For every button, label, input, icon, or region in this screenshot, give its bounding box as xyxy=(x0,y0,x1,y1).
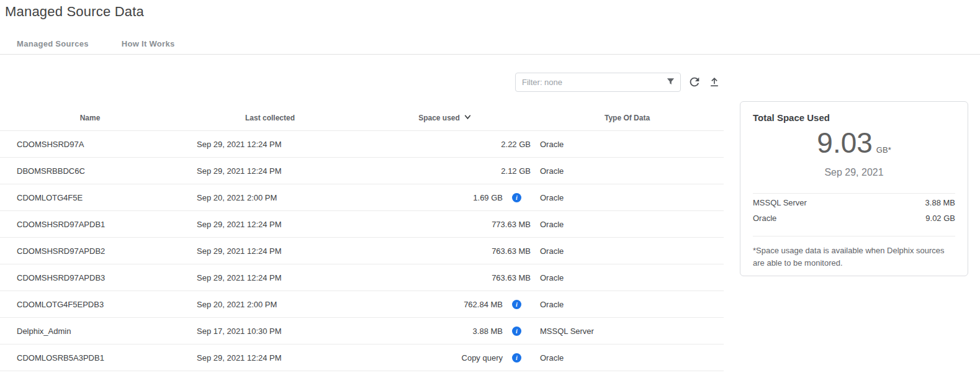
table-row[interactable]: CDOMSHSRD97APDB3 Sep 29, 2021 12:24 PM 7… xyxy=(0,264,724,291)
column-header-last-collected[interactable]: Last collected xyxy=(180,114,360,122)
breakdown-row-mssql: MSSQL Server 3.88 MB xyxy=(753,195,955,210)
panel-divider-top xyxy=(753,193,955,194)
sort-chevron-down-icon[interactable] xyxy=(463,112,472,124)
panel-footnote: *Space usage data is available when Delp… xyxy=(753,245,955,269)
column-header-name[interactable]: Name xyxy=(0,114,180,122)
source-name: CDOMLOTG4F5EPDB3 xyxy=(0,300,180,309)
source-name: CDOMLOSRB5A3PDB1 xyxy=(0,353,180,363)
data-type-value: Oracle xyxy=(531,273,724,282)
info-icon[interactable]: i xyxy=(512,300,521,309)
space-used-cell: 3.88 MB i xyxy=(360,327,531,336)
space-used-cell: 763.63 MB xyxy=(360,273,531,282)
tab-how-it-works[interactable]: How It Works xyxy=(122,39,175,48)
breakdown-value: 9.02 GB xyxy=(925,210,955,226)
last-collected-value: Sep 29, 2021 12:24 PM xyxy=(180,246,360,256)
upload-icon xyxy=(708,76,721,90)
info-icon[interactable]: i xyxy=(512,327,521,336)
data-type-value: Oracle xyxy=(531,300,724,309)
space-used-value: 763.63 MB xyxy=(492,246,531,256)
space-used-value: 762.84 MB xyxy=(464,300,503,309)
table-row[interactable]: CDOMSHSRD97A Sep 29, 2021 12:24 PM 2.22 … xyxy=(0,131,724,158)
panel-divider-bottom xyxy=(753,236,955,237)
last-collected-value: Sep 20, 2021 2:00 PM xyxy=(180,193,360,202)
table-row[interactable]: DBOMSRBBDC6C Sep 29, 2021 12:24 PM 2.12 … xyxy=(0,158,724,184)
breakdown-row-oracle: Oracle 9.02 GB xyxy=(753,210,955,226)
funnel-icon xyxy=(666,77,675,88)
table-row[interactable]: CDOMLOSRB5A3PDB1 Sep 29, 2021 12:24 PM C… xyxy=(0,345,724,371)
breakdown-value: 3.88 MB xyxy=(925,195,955,210)
breakdown-label: Oracle xyxy=(753,210,776,226)
last-collected-value: Sep 29, 2021 12:24 PM xyxy=(180,220,360,229)
table-row[interactable]: CDOMLOTG4F5EPDB3 Sep 20, 2021 2:00 PM 76… xyxy=(0,291,724,318)
copy-query-button[interactable]: Copy query xyxy=(462,353,503,363)
refresh-button[interactable] xyxy=(686,74,703,91)
breakdown-label: MSSQL Server xyxy=(753,195,807,210)
last-collected-value: Sep 29, 2021 12:24 PM xyxy=(180,166,360,176)
data-type-value: Oracle xyxy=(531,246,724,256)
filter-funnel-button[interactable] xyxy=(665,77,676,88)
info-icon[interactable]: i xyxy=(512,353,521,363)
data-type-value: MSSQL Server xyxy=(531,327,724,336)
panel-title: Total Space Used xyxy=(753,112,955,124)
last-collected-value: Sep 29, 2021 12:24 PM xyxy=(180,140,360,149)
refresh-icon xyxy=(688,75,701,91)
space-used-cell: 763.63 MB xyxy=(360,246,531,256)
data-type-value: Oracle xyxy=(531,353,724,363)
data-type-value: Oracle xyxy=(531,193,724,202)
column-header-type-of-data[interactable]: Type Of Data xyxy=(531,114,724,122)
last-collected-value: Sep 20, 2021 2:00 PM xyxy=(180,300,360,309)
upload-button[interactable] xyxy=(706,74,722,91)
table-row[interactable]: CDOMSHSRD97APDB1 Sep 29, 2021 12:24 PM 7… xyxy=(0,211,724,238)
source-name: CDOMSHSRD97APDB2 xyxy=(0,246,180,256)
source-name: CDOMSHSRD97APDB3 xyxy=(0,273,180,282)
data-type-value: Oracle xyxy=(531,140,724,149)
source-name: CDOMSHSRD97A xyxy=(0,140,180,149)
total-space-date: Sep 29, 2021 xyxy=(753,166,955,179)
space-used-value: 773.63 MB xyxy=(492,220,531,229)
source-name: CDOMSHSRD97APDB1 xyxy=(0,220,180,229)
space-used-value: 1.69 GB xyxy=(473,193,503,202)
tab-bar: Managed Sources How It Works xyxy=(0,34,980,55)
space-used-value: 3.88 MB xyxy=(473,327,503,336)
space-used-cell: 762.84 MB i xyxy=(360,300,531,309)
data-type-value: Oracle xyxy=(531,166,724,176)
table-row[interactable]: CDOMLOTG4F5E Sep 20, 2021 2:00 PM 1.69 G… xyxy=(0,184,724,211)
space-used-cell: 2.12 GB xyxy=(360,166,531,176)
data-type-value: Oracle xyxy=(531,220,724,229)
space-used-value: 2.12 GB xyxy=(501,166,531,176)
space-used-cell: 1.69 GB i xyxy=(360,193,531,202)
managed-source-data-page: Managed Source Data Managed Sources How … xyxy=(0,0,980,383)
source-name: DBOMSRBBDC6C xyxy=(0,166,180,176)
last-collected-value: Sep 17, 2021 10:30 PM xyxy=(180,327,360,336)
space-used-value: 763.63 MB xyxy=(492,273,531,282)
source-name: Delphix_Admin xyxy=(0,327,180,336)
table-body: CDOMSHSRD97A Sep 29, 2021 12:24 PM 2.22 … xyxy=(0,131,724,371)
total-space-used-panel: Total Space Used 9.03GB* Sep 29, 2021 MS… xyxy=(740,101,968,276)
last-collected-value: Sep 29, 2021 12:24 PM xyxy=(180,273,360,282)
total-space-value: 9.03 xyxy=(817,127,873,159)
table-row[interactable]: CDOMSHSRD97APDB2 Sep 29, 2021 12:24 PM 7… xyxy=(0,238,724,264)
table-row[interactable]: Delphix_Admin Sep 17, 2021 10:30 PM 3.88… xyxy=(0,318,724,345)
tab-managed-sources[interactable]: Managed Sources xyxy=(17,39,89,48)
filter-control xyxy=(515,73,681,92)
column-header-space-used[interactable]: Space used xyxy=(360,112,531,124)
source-name: CDOMLOTG4F5E xyxy=(0,193,180,202)
managed-sources-table: Name Last collected Space used Type Of D… xyxy=(0,106,724,371)
page-title: Managed Source Data xyxy=(5,4,144,20)
space-breakdown-list: MSSQL Server 3.88 MB Oracle 9.02 GB xyxy=(753,195,955,226)
filter-input[interactable] xyxy=(515,73,681,92)
total-space-unit: GB* xyxy=(876,145,891,155)
total-space-line: 9.03GB* xyxy=(753,127,955,166)
space-used-cell: 773.63 MB xyxy=(360,220,531,229)
space-used-value: 2.22 GB xyxy=(501,140,531,149)
last-collected-value: Sep 29, 2021 12:24 PM xyxy=(180,353,360,363)
info-icon[interactable]: i xyxy=(512,193,521,202)
space-used-cell: 2.22 GB xyxy=(360,140,531,149)
space-used-cell: Copy query i xyxy=(360,353,531,363)
table-header-row: Name Last collected Space used Type Of D… xyxy=(0,106,724,131)
